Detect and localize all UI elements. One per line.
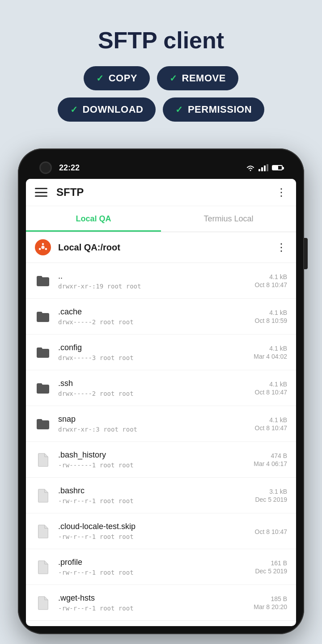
permission-label: PERMISSION bbox=[188, 104, 252, 115]
file-icon bbox=[35, 559, 51, 575]
list-item[interactable]: .. drwxr-xr-:19 root root 4.1 kB Oct 8 1… bbox=[26, 263, 296, 299]
phone-screen: SFTP ⋮ Local QA Termius Local bbox=[26, 179, 296, 626]
hero-section: SFTP client ✓ COPY ✓ REMOVE ✓ DOWNLOAD ✓… bbox=[0, 0, 322, 135]
status-time: 22:22 bbox=[59, 163, 80, 173]
download-check-icon: ✓ bbox=[70, 104, 78, 115]
hamburger-menu-button[interactable] bbox=[35, 188, 47, 197]
badge-row-2: ✓ DOWNLOAD ✓ PERMISSION bbox=[58, 97, 264, 122]
signal-icon bbox=[258, 164, 268, 171]
side-button bbox=[304, 238, 308, 269]
file-meta: 4.1 kB Oct 8 10:47 bbox=[255, 381, 287, 396]
file-icon bbox=[35, 487, 51, 504]
tab-termius-local[interactable]: Termius Local bbox=[161, 206, 296, 232]
battery-icon bbox=[272, 165, 283, 170]
svg-point-1 bbox=[41, 246, 44, 249]
copy-label: COPY bbox=[109, 72, 137, 84]
file-icon bbox=[35, 452, 51, 468]
app-title: SFTP bbox=[56, 186, 276, 199]
directory-path: Local QA:/root bbox=[58, 242, 276, 253]
folder-icon bbox=[35, 344, 51, 360]
list-item[interactable]: .cloud-locale-test.skip -rw-r--r-1 root … bbox=[26, 513, 296, 549]
remove-label: REMOVE bbox=[182, 72, 226, 84]
list-item[interactable]: .wget-hsts -rw-r--r-1 root root 185 B Ma… bbox=[26, 585, 296, 621]
camera-icon bbox=[39, 161, 52, 174]
file-meta: 161 B Dec 5 2019 bbox=[255, 559, 287, 575]
permission-check-icon: ✓ bbox=[175, 104, 183, 115]
tab-bar: Local QA Termius Local bbox=[26, 206, 296, 232]
file-info: .bashrc -rw-r--r-1 root root bbox=[58, 486, 255, 504]
hero-title: SFTP client bbox=[98, 27, 224, 54]
folder-icon bbox=[35, 380, 51, 396]
file-meta: 4.1 kB Mar 4 04:02 bbox=[254, 345, 287, 360]
status-icons bbox=[246, 164, 283, 171]
file-info: .cloud-locale-test.skip -rw-r--r-1 root … bbox=[58, 522, 255, 540]
list-item[interactable]: .bash_history -rw------1 root root 474 B… bbox=[26, 442, 296, 478]
list-item[interactable]: .bashrc -rw-r--r-1 root root 3.1 kB Dec … bbox=[26, 478, 296, 513]
file-meta: 4.1 kB Oct 8 10:47 bbox=[255, 273, 287, 288]
svg-point-4 bbox=[39, 248, 41, 250]
copy-badge: ✓ COPY bbox=[84, 66, 150, 90]
remove-badge: ✓ REMOVE bbox=[157, 66, 238, 90]
file-meta: 4.1 kB Oct 8 10:59 bbox=[255, 309, 287, 324]
file-info: .cache drwx-----2 root root bbox=[58, 307, 255, 326]
file-info: .config drwx-----3 root root bbox=[58, 343, 254, 361]
file-info: .bash_history -rw------1 root root bbox=[58, 450, 254, 469]
file-info: .. drwxr-xr-:19 root root bbox=[58, 271, 255, 290]
list-item[interactable]: .config drwx-----3 root root 4.1 kB Mar … bbox=[26, 335, 296, 370]
list-item[interactable]: snap drwxr-xr-:3 root root 4.1 kB Oct 8 … bbox=[26, 406, 296, 442]
file-meta: 185 B Mar 8 20:20 bbox=[254, 595, 287, 610]
file-info: .wget-hsts -rw-r--r-1 root root bbox=[58, 593, 254, 612]
remove-check-icon: ✓ bbox=[169, 73, 178, 84]
phone-frame: 22:22 bbox=[18, 148, 304, 634]
copy-check-icon: ✓ bbox=[96, 73, 104, 84]
file-meta: 474 B Mar 4 06:17 bbox=[254, 452, 287, 467]
download-label: DOWNLOAD bbox=[82, 104, 143, 115]
folder-icon bbox=[35, 416, 51, 432]
status-bar: 22:22 bbox=[26, 157, 296, 179]
list-item[interactable]: .profile -rw-r--r-1 root root 161 B Dec … bbox=[26, 549, 296, 585]
file-info: .ssh drwx-----2 root root bbox=[58, 379, 255, 397]
file-icon bbox=[35, 595, 51, 611]
permission-badge: ✓ PERMISSION bbox=[163, 97, 264, 122]
folder-icon bbox=[35, 309, 51, 325]
tab-local-qa[interactable]: Local QA bbox=[26, 206, 161, 232]
feature-badges: ✓ COPY ✓ REMOVE ✓ DOWNLOAD ✓ PERMISSION bbox=[58, 66, 264, 122]
directory-header: Local QA:/root ⋮ bbox=[26, 232, 296, 263]
ubuntu-icon bbox=[35, 239, 51, 255]
file-meta: Oct 8 10:47 bbox=[255, 527, 287, 535]
svg-point-3 bbox=[45, 248, 47, 250]
more-options-button[interactable]: ⋮ bbox=[276, 186, 287, 199]
list-item[interactable]: .cache drwx-----2 root root 4.1 kB Oct 8… bbox=[26, 299, 296, 335]
status-left: 22:22 bbox=[39, 161, 80, 174]
file-meta: 3.1 kB Dec 5 2019 bbox=[255, 488, 287, 503]
file-icon bbox=[35, 523, 51, 539]
list-item[interactable]: .ssh drwx-----2 root root 4.1 kB Oct 8 1… bbox=[26, 370, 296, 406]
file-info: snap drwxr-xr-:3 root root bbox=[58, 415, 255, 433]
dir-more-options-button[interactable]: ⋮ bbox=[276, 241, 287, 254]
download-badge: ✓ DOWNLOAD bbox=[58, 97, 156, 122]
wifi-icon bbox=[246, 164, 255, 171]
folder-icon bbox=[35, 273, 51, 289]
svg-point-2 bbox=[42, 243, 44, 245]
file-meta: 4.1 kB Oct 8 10:47 bbox=[255, 416, 287, 432]
phone-wrapper: 22:22 bbox=[18, 148, 304, 634]
app-toolbar: SFTP ⋮ bbox=[26, 179, 296, 206]
badge-row-1: ✓ COPY ✓ REMOVE bbox=[84, 66, 238, 90]
file-info: .profile -rw-r--r-1 root root bbox=[58, 558, 255, 576]
file-list: .. drwxr-xr-:19 root root 4.1 kB Oct 8 1… bbox=[26, 263, 296, 621]
